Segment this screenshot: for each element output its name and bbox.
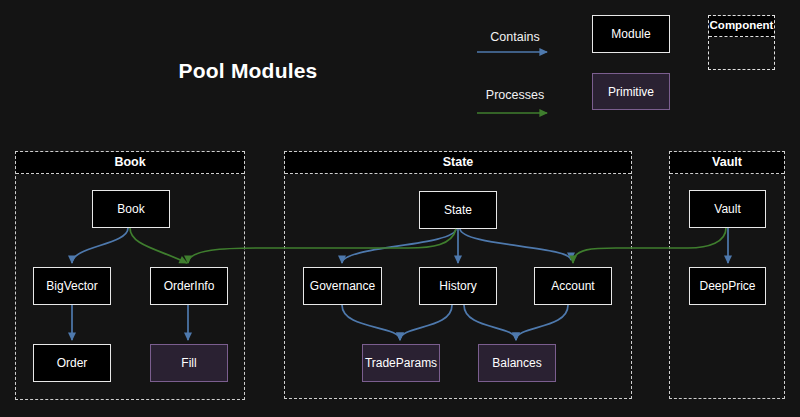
node-governance-label: Governance [310,279,375,293]
legend-contains-label: Contains [475,30,555,44]
node-order: Order [33,344,111,382]
node-orderinfo-label: OrderInfo [164,279,215,293]
diagram-canvas: Pool Modules Contains Processes Module P… [0,0,800,417]
node-balances-label: Balances [492,356,541,370]
node-vault: Vault [689,190,766,228]
node-deepprice-label: DeepPrice [699,279,755,293]
legend-primitive-box: Primitive [592,73,670,110]
page-title: Pool Modules [163,59,333,83]
node-account-label: Account [551,279,594,293]
container-vault-title: Vault [670,152,784,174]
node-bigvector-label: BigVector [46,279,97,293]
node-fill-label: Fill [181,356,196,370]
legend-component-label: Component [709,16,774,37]
legend-module-label: Module [611,27,650,41]
node-bigvector: BigVector [33,267,111,305]
node-tradeparams: TradeParams [362,344,440,382]
node-book: Book [92,190,170,228]
node-book-label: Book [117,202,144,216]
node-deepprice: DeepPrice [689,267,766,305]
node-history-label: History [439,279,476,293]
node-vault-label: Vault [714,202,740,216]
legend-component-box: Component [708,15,775,70]
node-orderinfo: OrderInfo [150,267,228,305]
node-state: State [419,191,497,229]
node-tradeparams-label: TradeParams [365,356,437,370]
node-history: History [419,267,497,305]
legend-processes-label: Processes [475,88,555,102]
container-state-title: State [285,152,631,174]
container-book-title: Book [16,152,244,174]
legend-primitive-label: Primitive [608,85,654,99]
node-order-label: Order [57,356,88,370]
node-state-label: State [444,203,472,217]
legend-module-box: Module [592,15,670,53]
node-account: Account [534,267,612,305]
node-balances: Balances [478,344,556,382]
node-governance: Governance [303,267,382,305]
node-fill: Fill [150,344,228,382]
